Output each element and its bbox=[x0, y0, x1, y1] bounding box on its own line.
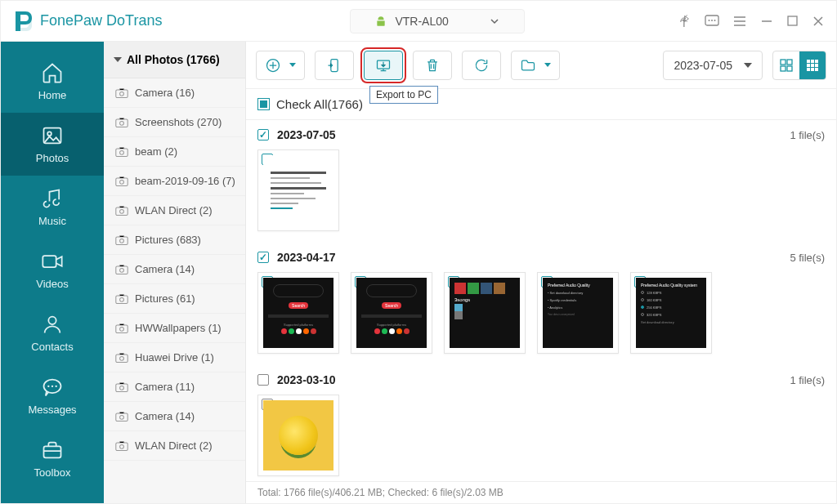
nav-contacts[interactable]: Contacts bbox=[1, 301, 104, 364]
date-filter-dropdown[interactable]: 2023-07-05 bbox=[663, 51, 763, 80]
album-item[interactable]: WLAN Direct (2) bbox=[104, 196, 245, 225]
album-icon bbox=[115, 352, 128, 364]
album-item[interactable]: Camera (14) bbox=[104, 255, 245, 284]
svg-rect-51 bbox=[807, 64, 810, 67]
photo-thumbnail[interactable]: 3songs bbox=[444, 272, 526, 354]
svg-rect-52 bbox=[811, 64, 814, 67]
folder-button[interactable] bbox=[511, 51, 560, 80]
minimize-icon[interactable] bbox=[760, 15, 773, 28]
photos-icon bbox=[41, 124, 64, 147]
refresh-icon bbox=[473, 57, 490, 74]
refresh-button[interactable] bbox=[462, 51, 501, 80]
photo-thumbnail[interactable]: Preferred Audio Quality system 128 KBPS … bbox=[630, 272, 712, 354]
date-section-header[interactable]: 2023-03-101 file(s) bbox=[257, 365, 825, 395]
svg-rect-47 bbox=[787, 66, 792, 71]
svg-point-2 bbox=[709, 20, 710, 21]
view-grid-large[interactable] bbox=[773, 51, 799, 79]
photo-thumbnail[interactable] bbox=[257, 395, 339, 476]
photo-thumbnail[interactable] bbox=[257, 149, 339, 231]
svg-point-36 bbox=[120, 386, 124, 390]
section-date: 2023-07-05 bbox=[277, 128, 336, 141]
album-item[interactable]: Camera (16) bbox=[104, 78, 245, 108]
maximize-icon[interactable] bbox=[786, 15, 799, 27]
chevron-down-icon bbox=[490, 16, 499, 26]
date-section-header[interactable]: 2023-04-175 file(s) bbox=[257, 243, 825, 272]
svg-rect-53 bbox=[815, 64, 818, 67]
album-icon bbox=[115, 87, 128, 99]
album-item[interactable]: beam (2) bbox=[104, 137, 245, 167]
album-item[interactable]: HWWallpapers (1) bbox=[104, 314, 245, 343]
album-label: Huawei Drive (1) bbox=[135, 351, 214, 364]
section-date: 2023-03-10 bbox=[277, 373, 336, 386]
grid-small-icon bbox=[806, 59, 819, 72]
music-icon bbox=[41, 187, 64, 210]
messages-icon bbox=[41, 376, 64, 399]
nav-home[interactable]: Home bbox=[1, 50, 104, 113]
menu-icon[interactable] bbox=[732, 14, 747, 29]
svg-rect-56 bbox=[815, 68, 818, 71]
check-all-row[interactable]: Check All(1766) bbox=[246, 89, 836, 120]
svg-point-7 bbox=[47, 132, 51, 136]
pc-export-icon bbox=[375, 57, 392, 74]
status-bar: Total: 1766 file(s)/406.21 MB; Checked: … bbox=[246, 481, 836, 503]
album-item[interactable]: Huawei Drive (1) bbox=[104, 343, 245, 372]
album-item[interactable]: Camera (11) bbox=[104, 372, 245, 402]
album-item[interactable]: beam-2019-09-16 (7) bbox=[104, 167, 245, 196]
album-label: Pictures (683) bbox=[135, 234, 201, 246]
photo-thumbnail[interactable]: SearchSupported platforms bbox=[257, 272, 339, 354]
export-to-pc-button[interactable]: Export to PC bbox=[364, 51, 403, 80]
check-all-checkbox[interactable] bbox=[257, 98, 270, 110]
svg-rect-44 bbox=[781, 60, 786, 65]
svg-point-26 bbox=[120, 239, 124, 243]
close-icon[interactable] bbox=[812, 15, 825, 28]
photo-thumbnail[interactable]: SearchSupported platforms bbox=[351, 272, 432, 354]
svg-point-40 bbox=[120, 444, 124, 448]
view-toggle bbox=[772, 51, 826, 80]
add-button[interactable] bbox=[256, 51, 305, 80]
album-icon bbox=[115, 381, 128, 393]
nav-music[interactable]: Music bbox=[1, 176, 104, 239]
album-item[interactable]: WLAN Direct (2) bbox=[104, 431, 245, 461]
view-grid-small[interactable] bbox=[799, 51, 826, 79]
nav-messages[interactable]: Messages bbox=[1, 364, 104, 427]
trash-icon bbox=[424, 57, 441, 74]
album-item[interactable]: Screenshots (270) bbox=[104, 108, 245, 137]
album-icon bbox=[115, 440, 128, 452]
share-icon[interactable]: f bbox=[680, 14, 692, 29]
date-section-header[interactable]: 2023-07-051 file(s) bbox=[257, 120, 825, 149]
album-label: HWWallpapers (1) bbox=[135, 322, 222, 334]
device-name: VTR-AL00 bbox=[395, 15, 448, 28]
svg-point-34 bbox=[120, 356, 124, 360]
home-icon bbox=[41, 61, 64, 84]
svg-point-32 bbox=[120, 327, 124, 331]
svg-text:f: f bbox=[683, 16, 686, 29]
export-to-device-button[interactable] bbox=[315, 51, 354, 80]
albums-header[interactable]: All Photos (1766) bbox=[104, 42, 245, 78]
section-checkbox[interactable] bbox=[257, 252, 269, 263]
album-item[interactable]: Pictures (61) bbox=[104, 284, 245, 314]
section-checkbox[interactable] bbox=[257, 374, 269, 386]
delete-button[interactable] bbox=[413, 51, 452, 80]
folder-icon bbox=[520, 57, 536, 74]
album-item[interactable]: Pictures (683) bbox=[104, 225, 245, 255]
svg-point-3 bbox=[711, 20, 713, 21]
nav-videos[interactable]: Videos bbox=[1, 239, 104, 301]
nav-toolbox[interactable]: Toolbox bbox=[1, 427, 104, 490]
svg-rect-46 bbox=[781, 66, 786, 71]
svg-rect-29 bbox=[116, 296, 128, 304]
feedback-icon[interactable] bbox=[705, 14, 719, 29]
photo-scroll-area[interactable]: 2023-07-051 file(s)2023-04-175 file(s)Se… bbox=[246, 120, 836, 481]
albums-header-label: All Photos (1766) bbox=[127, 53, 220, 66]
album-label: Pictures (61) bbox=[135, 292, 195, 305]
section-checkbox[interactable] bbox=[257, 129, 269, 140]
contacts-icon bbox=[41, 313, 64, 336]
album-label: Camera (14) bbox=[135, 410, 195, 422]
svg-rect-37 bbox=[116, 413, 128, 421]
videos-icon bbox=[41, 250, 64, 273]
album-item[interactable]: Camera (14) bbox=[104, 402, 245, 431]
nav-photos[interactable]: Photos bbox=[1, 113, 104, 176]
device-selector[interactable]: VTR-AL00 bbox=[350, 9, 524, 33]
photo-thumbnail[interactable]: Preferred Audio Quality• Set download di… bbox=[537, 272, 619, 354]
nav-toolbox-label: Toolbox bbox=[34, 466, 71, 479]
category-sidebar: Home Photos Music Videos Contacts Messag… bbox=[1, 42, 104, 503]
